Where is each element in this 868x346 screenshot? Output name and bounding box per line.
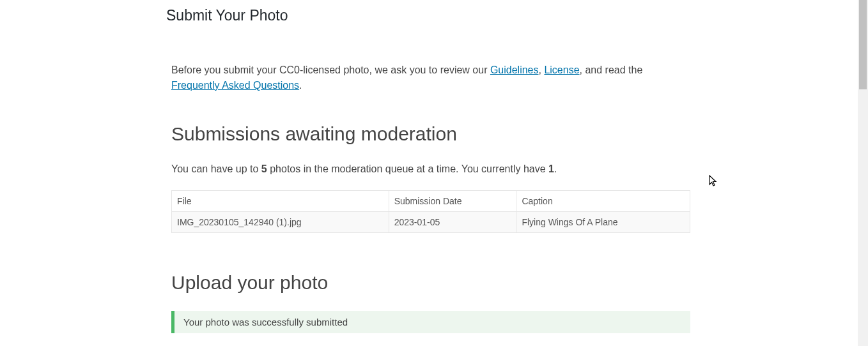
intro-sep2: , and read the [580, 64, 643, 75]
cell-caption: Flying Wings Of A Plane [516, 212, 690, 233]
page-title: Submit Your Photo [166, 6, 690, 26]
intro-text: Before you submit your CC0-licensed phot… [166, 63, 690, 93]
cell-file: IMG_20230105_142940 (1).jpg [172, 212, 389, 233]
success-alert: Your photo was successfully submitted [171, 311, 690, 333]
queue-current: 1 [548, 163, 554, 174]
main-content: Submit Your Photo Before you submit your… [0, 0, 868, 346]
col-date: Submission Date [389, 191, 516, 212]
queue-middle: photos in the moderation queue at a time… [267, 163, 548, 174]
scrollbar-track[interactable] [858, 0, 868, 346]
guidelines-link[interactable]: Guidelines [490, 64, 539, 75]
table-row: IMG_20230105_142940 (1).jpg 2023-01-05 F… [172, 212, 690, 233]
col-file: File [172, 191, 389, 212]
upload-heading: Upload your photo [166, 271, 690, 294]
intro-before: Before you submit your CC0-licensed phot… [171, 64, 490, 75]
table-header-row: File Submission Date Caption [172, 191, 690, 212]
queue-prefix: You can have up to [171, 163, 261, 174]
scrollbar-thumb[interactable] [859, 0, 867, 89]
cell-date: 2023-01-05 [389, 212, 516, 233]
submissions-heading: Submissions awaiting moderation [166, 123, 690, 146]
queue-max: 5 [261, 163, 267, 174]
queue-suffix: . [554, 163, 557, 174]
intro-after: . [299, 80, 302, 91]
submissions-table: File Submission Date Caption IMG_2023010… [171, 190, 690, 233]
faq-link[interactable]: Frequently Asked Questions [171, 80, 299, 91]
license-link[interactable]: License [544, 64, 579, 75]
col-caption: Caption [516, 191, 690, 212]
success-message: Your photo was successfully submitted [183, 317, 348, 327]
queue-info: You can have up to 5 photos in the moder… [166, 162, 690, 176]
